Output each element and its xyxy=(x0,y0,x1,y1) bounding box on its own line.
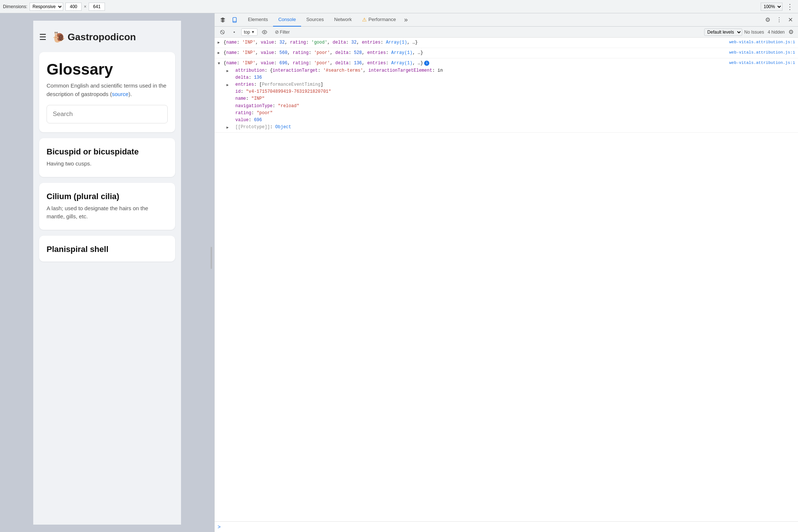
console-entry-3: ▶ web-vitals.attribution.js:1 {name: 'IN… xyxy=(215,58,798,133)
preview-pane: ☰ 🐌 Gastropodicon Glossary Common Englis… xyxy=(0,13,214,532)
filter-label: Filter xyxy=(280,30,290,35)
console-entry-1: ▶ web-vitals.attribution.js:1 {name: 'IN… xyxy=(215,38,798,48)
tab-network[interactable]: Network xyxy=(329,13,357,27)
hamburger-icon[interactable]: ☰ xyxy=(39,33,47,42)
more-menu-btn[interactable]: ⋮ xyxy=(785,3,795,10)
main-area: ☰ 🐌 Gastropodicon Glossary Common Englis… xyxy=(0,13,798,532)
browser-top-bar: Dimensions: Responsive × 100% ⋮ xyxy=(0,0,798,13)
expand-triangle-2[interactable]: ▶ xyxy=(218,50,220,56)
devtools-topbar: Elements Console Sources Network ⚠ Perfo… xyxy=(215,13,798,27)
tab-performance[interactable]: ⚠ Performance xyxy=(357,13,401,27)
preview-inner: ☰ 🐌 Gastropodicon Glossary Common Englis… xyxy=(33,21,181,525)
expand-triangle-attribution[interactable]: ▶ xyxy=(226,68,229,74)
source-link[interactable]: source xyxy=(112,91,129,97)
clear-console-btn[interactable] xyxy=(218,29,227,35)
hidden-badge: 4 hidden xyxy=(768,30,785,35)
top-context-label: top xyxy=(244,30,250,35)
chevron-down-icon: ▼ xyxy=(251,30,255,34)
site-logo: 🐌 Gastropodicon xyxy=(52,31,136,43)
height-input[interactable] xyxy=(89,3,105,11)
tab-performance-label: Performance xyxy=(368,17,396,22)
svg-point-4 xyxy=(233,31,235,33)
glossary-title: Glossary xyxy=(47,61,168,78)
glossary-desc-post: ). xyxy=(129,91,132,97)
term-card-2: Planispiral shell xyxy=(39,236,175,262)
top-context-selector[interactable]: top ▼ xyxy=(241,28,258,36)
more-tabs-btn[interactable]: » xyxy=(401,13,411,27)
prop-attribution: ▶ attribution: {interactionTarget: '#sea… xyxy=(229,67,795,74)
warning-icon: ⚠ xyxy=(362,17,367,23)
dimension-separator: × xyxy=(84,4,86,9)
tab-console[interactable]: Console xyxy=(273,13,301,27)
prompt-chevron-icon: > xyxy=(218,524,221,530)
device-toolbar-btn[interactable] xyxy=(229,16,240,24)
source-link-3[interactable]: web-vitals.attribution.js:1 xyxy=(729,60,795,66)
dimensions-label: Dimensions: xyxy=(3,4,27,9)
term-title-1: Cilium (plural cilia) xyxy=(47,192,168,201)
expand-triangle-proto[interactable]: ▶ xyxy=(226,125,229,131)
console-settings-btn[interactable] xyxy=(229,29,239,35)
devtools-right-icons: ⚙ ⋮ ✕ xyxy=(763,15,795,25)
search-input[interactable] xyxy=(47,105,168,123)
prop-id: id: "v4-1715704899419-7631921820701" xyxy=(229,88,795,95)
term-desc-0: Having two cusps. xyxy=(47,160,168,168)
tab-sources[interactable]: Sources xyxy=(301,13,329,27)
expand-triangle-entries[interactable]: ▶ xyxy=(226,82,229,88)
tab-elements[interactable]: Elements xyxy=(243,13,273,27)
prop-name: name: "INP" xyxy=(229,95,795,102)
source-link-2[interactable]: web-vitals.attribution.js:1 xyxy=(729,50,795,56)
responsive-select[interactable]: Responsive xyxy=(30,3,63,11)
inspect-element-btn[interactable] xyxy=(218,16,228,24)
eye-icon-btn[interactable] xyxy=(260,29,269,35)
more-options-btn[interactable]: ⋮ xyxy=(774,15,784,25)
devtools-panel: Elements Console Sources Network ⚠ Perfo… xyxy=(214,13,798,532)
prop-entries: ▶ entries: [PerformanceEventTiming] xyxy=(229,81,795,88)
site-title: Gastropodicon xyxy=(68,31,136,43)
close-devtools-btn[interactable]: ✕ xyxy=(786,15,795,25)
expand-triangle-3[interactable]: ▶ xyxy=(216,62,222,65)
svg-rect-0 xyxy=(233,17,236,22)
console-secondary-bar: top ▼ ⊘ Filter Default levels No Issues … xyxy=(215,27,798,38)
glossary-card: Glossary Common English and scientific t… xyxy=(39,52,175,132)
prop-value: value: 696 xyxy=(229,117,795,124)
glossary-description: Common English and scientific terms used… xyxy=(47,82,168,98)
term-card-1: Cilium (plural cilia) A lash; used to de… xyxy=(39,183,175,230)
console-output: ▶ web-vitals.attribution.js:1 {name: 'IN… xyxy=(215,38,798,521)
svg-point-5 xyxy=(264,31,265,33)
term-title-2: Planispiral shell xyxy=(47,245,168,254)
term-title-0: Bicuspid or bicuspidate xyxy=(47,147,168,157)
levels-select[interactable]: Default levels xyxy=(704,28,742,36)
glossary-desc-pre: Common English and scientific terms used… xyxy=(47,82,166,97)
devtools-tabs: Elements Console Sources Network ⚠ Perfo… xyxy=(243,13,411,27)
width-input[interactable] xyxy=(65,3,82,11)
scroll-handle xyxy=(211,247,212,269)
prop-navigation-type: navigationType: "reload" xyxy=(229,103,795,110)
info-badge: i xyxy=(424,61,429,66)
console-gear-btn[interactable]: ⚙ xyxy=(787,28,795,36)
svg-line-3 xyxy=(221,30,224,33)
funnel-icon: ⊘ xyxy=(275,29,279,35)
zoom-select[interactable]: 100% xyxy=(761,3,782,11)
expand-triangle-1[interactable]: ▶ xyxy=(218,40,220,46)
term-card-0: Bicuspid or bicuspidate Having two cusps… xyxy=(39,138,175,177)
console-prompt-input[interactable] xyxy=(222,524,795,529)
prop-rating: rating: "poor" xyxy=(229,110,795,117)
prop-delta: delta: 136 xyxy=(229,74,795,81)
entry3-children: ▶ attribution: {interactionTarget: '#sea… xyxy=(224,67,795,131)
filter-btn[interactable]: ⊘ Filter xyxy=(272,28,293,36)
snail-icon: 🐌 xyxy=(52,31,65,43)
source-link-1[interactable]: web-vitals.attribution.js:1 xyxy=(729,39,795,46)
prop-prototype: ▶ [[Prototype]]: Object xyxy=(229,124,795,131)
settings-btn[interactable]: ⚙ xyxy=(763,15,773,25)
no-issues-label: No Issues xyxy=(744,30,764,35)
term-desc-1: A lash; used to designate the hairs on t… xyxy=(47,204,168,221)
console-entry-2: ▶ web-vitals.attribution.js:1 {name: 'IN… xyxy=(215,48,798,58)
console-prompt: > xyxy=(215,521,798,532)
site-header: ☰ 🐌 Gastropodicon xyxy=(39,28,175,46)
